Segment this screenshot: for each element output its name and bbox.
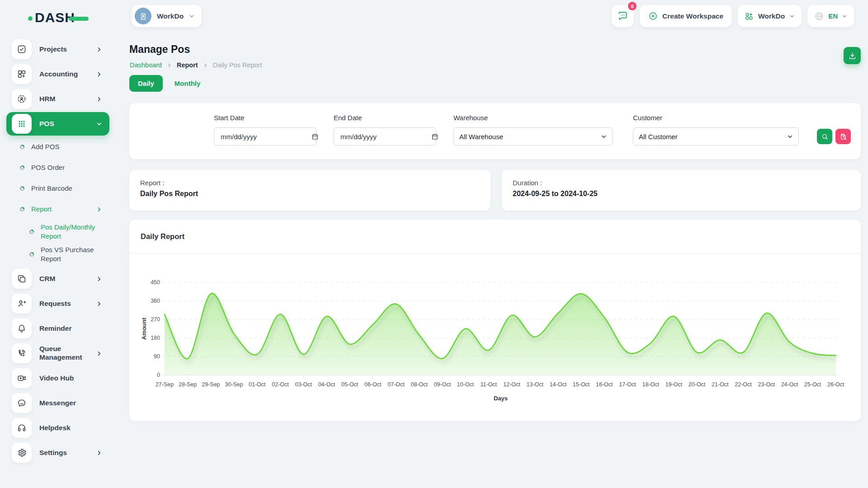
svg-text:14-Oct: 14-Oct xyxy=(550,381,567,388)
sidebar-item-label: Pos Daily/Monthly Report xyxy=(41,223,102,241)
page-title: Manage Pos xyxy=(129,43,190,56)
chevron-down-icon xyxy=(96,121,102,127)
video-icon xyxy=(12,368,32,388)
bullet-icon xyxy=(20,145,24,149)
svg-text:20-Oct: 20-Oct xyxy=(689,381,706,388)
sidebar-item-label: Print Barcode xyxy=(31,184,102,192)
sidebar-item-label: Helpdesk xyxy=(39,424,102,432)
end-date-field xyxy=(334,127,436,145)
svg-text:90: 90 xyxy=(154,353,160,360)
reset-filter-button[interactable] xyxy=(835,129,851,144)
customer-select[interactable]: All Customer xyxy=(633,127,799,145)
sidebar-item-helpdesk[interactable]: Helpdesk xyxy=(0,416,117,440)
sidebar-item-report[interactable]: Report xyxy=(0,199,117,219)
sidebar-item-pos[interactable]: POS xyxy=(6,112,109,136)
chart-title: Daily Report xyxy=(141,232,184,241)
breadcrumb: Dashboard Report Daily Pos Report xyxy=(130,61,262,69)
chevron-down-icon xyxy=(601,134,607,140)
duration-summary-card: Duration : 2024-09-25 to 2024-10-25 xyxy=(502,170,861,211)
queue-icon xyxy=(12,343,32,363)
tab-daily[interactable]: Daily xyxy=(129,75,163,92)
svg-text:180: 180 xyxy=(151,335,160,341)
sidebar-item-label: Pos VS Purchase Report xyxy=(41,245,102,264)
end-date-group: End Date xyxy=(334,103,436,159)
sidebar-item-label: POS Order xyxy=(31,164,102,172)
chevron-right-icon xyxy=(203,63,208,68)
customer-label: Customer xyxy=(633,114,662,122)
sidebar-item-pos-vs-purchase-report[interactable]: Pos VS Purchase Report xyxy=(0,244,117,264)
sidebar-item-reminder[interactable]: Reminder xyxy=(0,317,117,340)
report-summary-card: Report : Daily Pos Report xyxy=(129,170,491,211)
calendar-icon[interactable] xyxy=(311,133,319,140)
pos-icon xyxy=(12,114,32,134)
svg-text:02-Oct: 02-Oct xyxy=(272,381,289,388)
bullet-icon xyxy=(29,252,34,257)
area-chart-svg: 09018027036045027-Sep28-Sep29-Sep30-Sep0… xyxy=(140,265,850,405)
sidebar: ProjectsAccountingHRMPOSAdd POSPOS Order… xyxy=(0,33,117,488)
warehouse-select[interactable]: All Warehouse xyxy=(453,127,613,145)
sidebar-item-queue-management[interactable]: Queue Management xyxy=(0,342,117,365)
download-icon xyxy=(848,52,857,60)
sidebar-item-label: Report xyxy=(31,205,96,213)
warehouse-label: Warehouse xyxy=(453,114,488,122)
chevron-right-icon xyxy=(96,47,102,52)
end-date-input[interactable] xyxy=(340,132,431,141)
breadcrumb-report[interactable]: Report xyxy=(177,61,198,69)
projects-icon xyxy=(12,39,32,59)
main-content: Manage Pos Dashboard Report Daily Pos Re… xyxy=(129,0,861,488)
svg-text:21-Oct: 21-Oct xyxy=(712,381,729,388)
helpdesk-icon xyxy=(12,418,32,438)
sidebar-item-label: HRM xyxy=(39,95,96,103)
sidebar-item-print-barcode[interactable]: Print Barcode xyxy=(0,178,117,198)
svg-text:09-Oct: 09-Oct xyxy=(434,381,451,388)
svg-text:10-Oct: 10-Oct xyxy=(457,381,474,388)
download-button[interactable] xyxy=(844,47,861,64)
calendar-icon[interactable] xyxy=(431,133,439,140)
start-date-label: Start Date xyxy=(214,114,245,122)
warehouse-group: Warehouse All Warehouse xyxy=(453,103,613,159)
messenger-icon xyxy=(12,393,32,413)
start-date-input[interactable] xyxy=(220,132,311,141)
sidebar-item-crm[interactable]: CRM xyxy=(0,267,117,291)
file-off-icon xyxy=(840,133,847,141)
sidebar-item-messenger[interactable]: Messenger xyxy=(0,391,117,415)
svg-text:28-Sep: 28-Sep xyxy=(179,381,197,388)
hrm-icon xyxy=(12,89,32,109)
sidebar-item-label: Settings xyxy=(39,449,96,457)
divider xyxy=(129,253,861,253)
warehouse-value: All Warehouse xyxy=(459,133,503,141)
svg-text:30-Sep: 30-Sep xyxy=(225,381,243,388)
chevron-right-icon xyxy=(96,301,102,307)
sidebar-item-pos-daily-monthly-report[interactable]: Pos Daily/Monthly Report xyxy=(0,222,117,242)
sidebar-item-pos-order[interactable]: POS Order xyxy=(0,158,117,178)
logo-dash-icon xyxy=(69,17,89,21)
svg-text:12-Oct: 12-Oct xyxy=(503,381,520,388)
svg-text:01-Oct: 01-Oct xyxy=(249,381,266,388)
app-screen: DASH WorkDo 0 Create Workspace WorkDo EN xyxy=(0,0,868,488)
sidebar-item-accounting[interactable]: Accounting xyxy=(0,62,117,86)
svg-text:15-Oct: 15-Oct xyxy=(573,381,590,388)
sidebar-item-requests[interactable]: Requests xyxy=(0,292,117,315)
svg-text:08-Oct: 08-Oct xyxy=(410,381,428,388)
svg-text:24-Oct: 24-Oct xyxy=(781,381,798,388)
sidebar-item-add-pos[interactable]: Add POS xyxy=(0,137,117,157)
sidebar-item-projects[interactable]: Projects xyxy=(0,38,117,61)
svg-text:18-Oct: 18-Oct xyxy=(642,381,659,388)
sidebar-item-label: Projects xyxy=(39,45,96,54)
breadcrumb-dashboard[interactable]: Dashboard xyxy=(130,61,162,69)
sidebar-item-settings[interactable]: Settings xyxy=(0,441,117,465)
svg-text:270: 270 xyxy=(151,316,160,323)
bullet-icon xyxy=(20,186,24,191)
start-date-group: Start Date xyxy=(214,103,316,159)
sidebar-item-label: Requests xyxy=(39,300,96,308)
svg-text:360: 360 xyxy=(151,298,160,304)
svg-text:0: 0 xyxy=(157,372,160,378)
svg-text:17-Oct: 17-Oct xyxy=(619,381,636,388)
sidebar-item-video-hub[interactable]: Video Hub xyxy=(0,366,117,390)
report-period-tabs: Daily Monthly xyxy=(129,75,200,92)
sidebar-item-hrm[interactable]: HRM xyxy=(0,87,117,111)
tab-monthly[interactable]: Monthly xyxy=(175,80,201,87)
chevron-down-icon xyxy=(787,134,793,140)
search-icon xyxy=(821,133,829,141)
search-button[interactable] xyxy=(817,129,832,144)
